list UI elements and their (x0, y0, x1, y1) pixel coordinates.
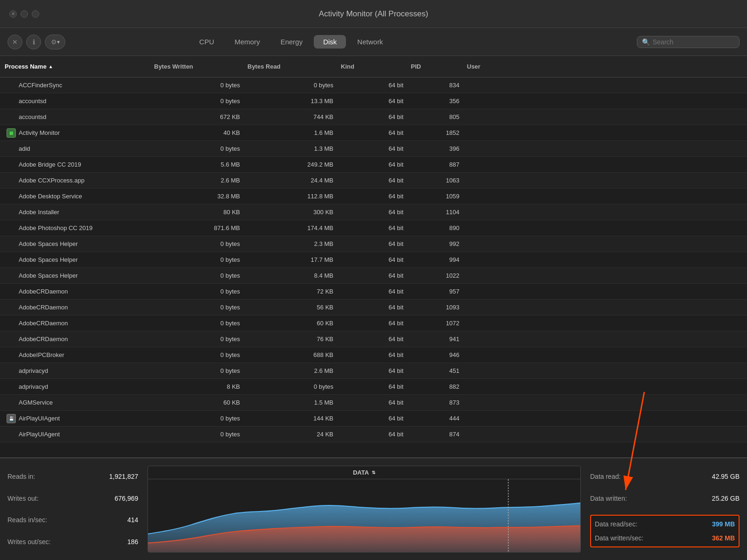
table-row[interactable]: Adobe Spaces Helper 0 bytes 17.7 MB 64 b… (0, 252, 747, 268)
pid: 444 (411, 415, 467, 422)
bytes-written: 80 KB (154, 209, 247, 216)
pid: 356 (411, 98, 467, 105)
main-content: Process Name ▲ Bytes Written Bytes Read … (0, 56, 747, 560)
search-input[interactable] (653, 38, 734, 46)
table-row[interactable]: accountsd 672 KB 744 KB 64 bit 805 (0, 109, 747, 125)
close-button[interactable]: ✕ (9, 10, 17, 18)
data-written-sec-label: Data written/sec: (595, 534, 643, 542)
col-header-user[interactable]: User (467, 63, 742, 70)
col-header-process-name[interactable]: Process Name ▲ (5, 63, 154, 70)
kind: 64 bit (341, 336, 411, 343)
pid: 957 (411, 288, 467, 295)
table-row[interactable]: AGMService 60 KB 1.5 MB 64 bit 873 (0, 395, 747, 411)
kind: 64 bit (341, 304, 411, 311)
kind: 64 bit (341, 272, 411, 279)
table-row[interactable]: Adobe Desktop Service 32.8 MB 112.8 MB 6… (0, 189, 747, 204)
data-written-label: Data written: (590, 495, 627, 502)
process-name: ▦Activity Monitor (5, 128, 154, 138)
table-row[interactable]: AdobeCRDaemon 0 bytes 56 KB 64 bit 1093 (0, 300, 747, 315)
pid: 1022 (411, 272, 467, 279)
table-row[interactable]: AirPlayUIAgent 0 bytes 24 KB 64 bit 874 (0, 427, 747, 442)
table-row[interactable]: Adobe CCXProcess.app 2.6 MB 24.4 MB 64 b… (0, 173, 747, 189)
kind: 64 bit (341, 193, 411, 200)
data-read-label: Data read: (590, 473, 620, 480)
writes-out-sec-value: 186 (101, 538, 138, 546)
gear-button[interactable]: ⚙ ▾ (45, 35, 65, 49)
bytes-written: 871.6 MB (154, 224, 247, 231)
kind: 64 bit (341, 351, 411, 358)
tab-cpu[interactable]: CPU (190, 35, 224, 49)
data-written-sec-row: Data written/sec: 362 MB (595, 532, 735, 544)
bytes-read: 174.4 MB (247, 224, 341, 231)
toolbar: ✕ ℹ ⚙ ▾ CPU Memory Energy Disk Network 🔍 (0, 28, 747, 56)
reads-in-sec-value: 414 (101, 516, 138, 524)
pid: 1104 (411, 209, 467, 216)
kind: 64 bit (341, 288, 411, 295)
chart-body (148, 479, 580, 552)
table-row[interactable]: Adobe Spaces Helper 0 bytes 2.3 MB 64 bi… (0, 236, 747, 252)
table-row[interactable]: AdobeIPCBroker 0 bytes 688 KB 64 bit 946 (0, 347, 747, 363)
writes-out-sec-label: Writes out/sec: (7, 538, 50, 546)
col-header-kind[interactable]: Kind (341, 63, 411, 70)
reads-in-sec-row: Reads in/sec: 414 (7, 514, 138, 525)
info-button[interactable]: ℹ (26, 35, 41, 49)
chart-sort-icon: ⇅ (372, 470, 375, 475)
pid: 1852 (411, 129, 467, 136)
writes-out-label: Writes out: (7, 495, 39, 502)
tab-network[interactable]: Network (348, 35, 392, 49)
reads-in-value: 1,921,827 (101, 473, 138, 480)
tab-disk[interactable]: Disk (314, 35, 346, 49)
table-row[interactable]: ▦Activity Monitor 40 KB 1.6 MB 64 bit 18… (0, 125, 747, 141)
gear-icon: ⚙ (51, 38, 57, 46)
pid: 992 (411, 240, 467, 247)
search-box[interactable]: 🔍 (637, 36, 740, 48)
minimize-button[interactable] (21, 10, 28, 18)
bytes-read: 17.7 MB (247, 256, 341, 263)
col-header-bytes-read[interactable]: Bytes Read (247, 63, 341, 70)
bytes-written: 0 bytes (154, 351, 247, 358)
pid: 396 (411, 145, 467, 152)
bytes-read: 1.6 MB (247, 129, 341, 136)
bytes-read: 144 KB (247, 415, 341, 422)
data-read-row: Data read: 42.95 GB (590, 471, 740, 482)
bytes-read: 300 KB (247, 209, 341, 216)
chart-title: DATA ⇅ (148, 466, 580, 479)
table-row[interactable]: Adobe Spaces Helper 0 bytes 8.4 MB 64 bi… (0, 268, 747, 284)
bytes-read: 0 bytes (247, 82, 341, 89)
table-row[interactable]: AdobeCRDaemon 0 bytes 60 KB 64 bit 1072 (0, 315, 747, 331)
data-written-row: Data written: 25.26 GB (590, 493, 740, 504)
table-row[interactable]: Adobe Photoshop CC 2019 871.6 MB 174.4 M… (0, 220, 747, 236)
process-name: AdobeCRDaemon (5, 336, 154, 343)
process-name: AdobeCRDaemon (5, 320, 154, 327)
table-header: Process Name ▲ Bytes Written Bytes Read … (0, 56, 747, 77)
col-header-bytes-written[interactable]: Bytes Written (154, 63, 247, 70)
table-row[interactable]: Adobe Bridge CC 2019 5.6 MB 249.2 MB 64 … (0, 157, 747, 173)
data-read-sec-label: Data read/sec: (595, 520, 637, 528)
table-row[interactable]: accountsd 0 bytes 13.3 MB 64 bit 356 (0, 93, 747, 109)
process-name: AdobeCRDaemon (5, 304, 154, 311)
bytes-read: 56 KB (247, 304, 341, 311)
pid: 1059 (411, 193, 467, 200)
bytes-written: 0 bytes (154, 288, 247, 295)
bytes-written: 0 bytes (154, 272, 247, 279)
bytes-written: 0 bytes (154, 415, 247, 422)
data-written-value: 25.26 GB (693, 495, 740, 502)
table-row[interactable]: Adobe Installer 80 KB 300 KB 64 bit 1104 (0, 204, 747, 220)
table-row[interactable]: 💾AirPlayUIAgent 0 bytes 144 KB 64 bit 44… (0, 411, 747, 427)
col-header-pid[interactable]: PID (411, 63, 467, 70)
table-row[interactable]: AdobeCRDaemon 0 bytes 76 KB 64 bit 941 (0, 331, 747, 347)
table-row[interactable]: adprivacyd 0 bytes 2.6 MB 64 bit 451 (0, 363, 747, 379)
maximize-button[interactable] (32, 10, 39, 18)
tab-memory[interactable]: Memory (225, 35, 269, 49)
stats-right: Data read: 42.95 GB Data written: 25.26 … (590, 466, 740, 553)
pid: 1093 (411, 304, 467, 311)
table-row[interactable]: adid 0 bytes 1.3 MB 64 bit 396 (0, 141, 747, 157)
tab-energy[interactable]: Energy (271, 35, 312, 49)
data-read-sec-row: Data read/sec: 399 MB (595, 518, 735, 530)
table-row[interactable]: AdobeCRDaemon 0 bytes 72 KB 64 bit 957 (0, 284, 747, 300)
bytes-read: 24 KB (247, 431, 341, 438)
table-row[interactable]: ACCFinderSync 0 bytes 0 bytes 64 bit 834 (0, 77, 747, 93)
table-row[interactable]: adprivacyd 8 KB 0 bytes 64 bit 882 (0, 379, 747, 395)
kind: 64 bit (341, 161, 411, 168)
close-process-button[interactable]: ✕ (7, 35, 22, 49)
